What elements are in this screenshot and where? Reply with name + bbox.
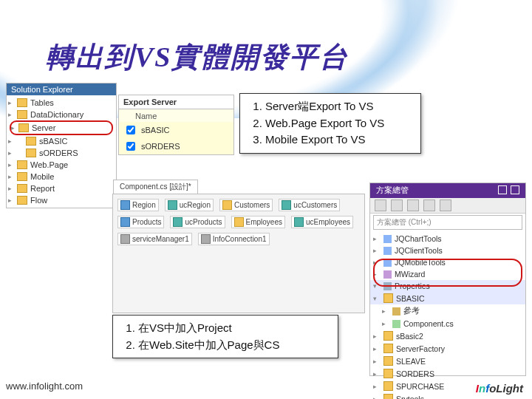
component-icon <box>120 200 130 210</box>
collapse-icon[interactable] <box>407 200 419 211</box>
export-item[interactable]: sORDERS <box>119 138 233 154</box>
vs-solution-title: 方案總管 <box>376 185 409 196</box>
vs-designer-tab[interactable]: Component.cs [設計]* <box>113 180 198 194</box>
tree-item[interactable]: Properties <box>370 280 525 292</box>
folder-icon <box>383 394 393 399</box>
tree-item[interactable]: 參考 <box>370 304 525 318</box>
solution-item-label: Report <box>30 184 55 193</box>
tool-icon <box>383 247 392 255</box>
tree-item[interactable]: SBASIC <box>370 292 525 304</box>
solution-item[interactable]: Report <box>7 183 116 194</box>
tree-item[interactable]: JQMobileTools <box>370 256 525 268</box>
tree-item[interactable]: SORDERS <box>370 367 525 380</box>
tree-item-label: SBASIC <box>396 294 425 303</box>
folder-icon <box>383 356 393 366</box>
refresh-icon[interactable] <box>391 200 403 211</box>
folder-icon <box>17 184 27 193</box>
component-label: serviceManager1 <box>132 235 189 243</box>
folder-icon <box>26 149 36 157</box>
vs-solution-search[interactable]: 方案總管 (Ctrl+;) <box>373 215 522 230</box>
window-controls[interactable] <box>497 185 519 196</box>
designer-component[interactable]: Employees <box>231 216 285 228</box>
designer-component[interactable]: Customers <box>219 199 273 211</box>
tree-item-label: JQClientTools <box>395 246 443 255</box>
slide-title: 轉出到VS實體開發平台 <box>46 38 349 76</box>
callout-top: Server端Export To VSWeb.Page Export To VS… <box>239 93 421 154</box>
tree-item-label: SORDERS <box>396 369 434 378</box>
designer-component[interactable]: InfoConnection1 <box>198 233 270 245</box>
tree-item[interactable]: Component.cs <box>370 318 525 330</box>
designer-component[interactable]: ucProducts <box>170 216 225 228</box>
wand-icon <box>383 270 392 279</box>
close-icon[interactable] <box>511 185 519 194</box>
designer-component[interactable]: serviceManager1 <box>117 233 192 245</box>
solution-item-label: Flow <box>30 196 47 205</box>
solution-item-label: Tables <box>30 98 54 107</box>
folder-icon <box>17 172 27 181</box>
solution-item[interactable]: sBASIC <box>7 135 116 147</box>
tree-item-label: SLEAVE <box>396 357 426 366</box>
export-item[interactable]: sBASIC <box>119 122 233 138</box>
export-checkbox[interactable] <box>126 126 135 134</box>
solution-item-server[interactable]: Server <box>10 120 113 135</box>
designer-component[interactable]: Region <box>117 199 159 211</box>
infolight-logo: InfoLight <box>476 382 523 395</box>
solution-explorer-panel: Solution Explorer TablesDataDictionarySe… <box>6 83 117 208</box>
component-icon <box>222 200 232 210</box>
component-label: Products <box>132 218 161 226</box>
export-item-label: sBASIC <box>141 126 170 134</box>
pin-icon[interactable] <box>498 185 507 194</box>
designer-component[interactable]: ucRegion <box>165 199 214 211</box>
component-label: Customers <box>234 201 270 209</box>
component-icon <box>120 217 130 227</box>
solution-explorer-title: Solution Explorer <box>7 83 116 95</box>
callout-item: Server端Export To VS <box>265 98 413 115</box>
tree-item-label: MWizard <box>395 270 425 279</box>
tree-item-label: 參考 <box>403 306 420 316</box>
tree-item-label: JQChartTools <box>395 234 442 243</box>
component-icon <box>120 234 130 244</box>
tree-item[interactable]: MWizard <box>370 268 525 280</box>
solution-item[interactable]: DataDictionary <box>7 109 116 120</box>
solution-item[interactable]: Flow <box>7 194 116 206</box>
component-label: InfoConnection1 <box>213 235 267 243</box>
vs-solution-titlebar: 方案總管 <box>370 183 525 198</box>
solution-item[interactable]: Mobile <box>7 171 116 183</box>
callout-item: 在Web.Site中加入Page與CS <box>138 337 330 354</box>
tree-item[interactable]: SLEAVE <box>370 355 525 367</box>
export-server-title: Export Server <box>119 95 233 109</box>
tree-item[interactable]: JQChartTools <box>370 233 525 245</box>
solution-item-label: Web.Page <box>30 160 68 169</box>
folder-icon <box>17 160 27 169</box>
export-checkbox[interactable] <box>126 142 135 151</box>
callout-bottom: 在VS中加入Project在Web.Site中加入Page與CS <box>112 315 338 358</box>
callout-item: Mobile Export To VS <box>265 132 413 149</box>
vs-solution-tree: JQChartToolsJQClientToolsJQMobileToolsMW… <box>370 231 525 399</box>
component-label: ucRegion <box>180 201 211 209</box>
component-label: ucEmployees <box>306 218 350 226</box>
properties-icon[interactable] <box>440 200 451 211</box>
component-icon <box>294 217 304 227</box>
export-server-header: Name <box>119 109 233 122</box>
folder-icon <box>17 110 27 119</box>
designer-component[interactable]: ucCustomers <box>279 199 340 211</box>
solution-item-label: Server <box>32 123 55 132</box>
folder-icon <box>383 344 393 353</box>
solution-item[interactable]: Web.Page <box>7 159 116 171</box>
home-icon[interactable] <box>375 200 386 211</box>
tree-item[interactable]: JQClientTools <box>370 245 525 256</box>
showall-icon[interactable] <box>423 200 435 211</box>
folder-icon <box>17 196 27 205</box>
component-icon <box>168 200 177 210</box>
designer-component[interactable]: ucEmployees <box>291 216 353 228</box>
tree-item[interactable]: ServerFactory <box>370 342 525 355</box>
folder-icon <box>26 137 36 146</box>
tree-item[interactable]: sBasic2 <box>370 330 525 342</box>
tool-icon <box>383 235 392 243</box>
component-icon <box>201 234 211 244</box>
designer-component[interactable]: Products <box>117 216 164 228</box>
solution-item[interactable]: Tables <box>7 97 116 109</box>
tool-icon <box>383 259 392 267</box>
component-label: ucCustomers <box>293 201 337 209</box>
solution-item[interactable]: sORDERS <box>7 147 116 159</box>
